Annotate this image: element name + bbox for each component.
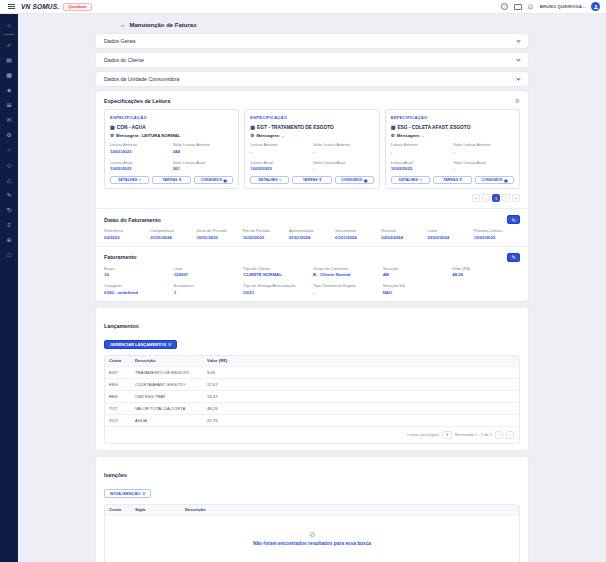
user-menu[interactable]: BRUNO QUEIROGA... xyxy=(540,4,586,9)
entries-title: Lançamentos xyxy=(104,323,139,329)
details-icon: ≡ xyxy=(279,178,281,182)
consumption-button[interactable]: CONSUMOS▦ xyxy=(194,176,233,184)
first-page-button[interactable]: « xyxy=(472,194,480,202)
field-label: Valor Leitura Atual xyxy=(173,160,234,165)
edit-dates-button[interactable]: ✎ xyxy=(507,215,520,224)
field-label: Livro xyxy=(174,266,242,271)
details-button[interactable]: DETALHES≡ xyxy=(250,176,289,184)
field-value: - xyxy=(250,149,311,154)
entries-table-header: ContaDescriçãoValor (R$) xyxy=(105,356,519,366)
showing-label: Mostrando 1 - 5 de 5 xyxy=(455,432,492,437)
field-label: Economias xyxy=(174,283,242,288)
readings-paginator: « ‹ 1 › » xyxy=(104,194,520,202)
consumption-button[interactable]: CONSUMOS▦ xyxy=(475,176,514,184)
tariffs-icon: $ xyxy=(179,178,181,182)
field-value: 10/01/2023 xyxy=(196,235,239,240)
sidebar-modules-icon[interactable]: ◈ xyxy=(2,82,16,97)
message-value: - xyxy=(422,133,423,138)
spec-tag: ESPECIFICAÇÃO xyxy=(391,115,514,120)
consumption-button[interactable]: CONSUMOS▦ xyxy=(335,176,374,184)
field-label: Competência xyxy=(150,228,193,233)
next-page-button[interactable]: › xyxy=(502,194,510,202)
table-row: EGTTRATAMENTO DE ESGOTO9,03 xyxy=(105,366,519,378)
prev-page-button[interactable]: ‹ xyxy=(495,431,503,439)
sidebar-reports-icon[interactable]: ≡ xyxy=(2,217,16,232)
sidebar-status-icon[interactable]: ○ xyxy=(2,142,16,157)
sidebar-alerts-icon[interactable]: △ xyxy=(2,172,16,187)
billing-dates-fields: Referência02/2023 Competência01/01/2024 … xyxy=(104,228,520,240)
entries-table-footer: Linhas por página 5 Mostrando 1 - 5 de 5… xyxy=(105,426,519,443)
field-label: Valor (R$) xyxy=(452,266,520,271)
sidebar-messages-icon[interactable]: ✉ xyxy=(2,112,16,127)
next-page-button[interactable]: › xyxy=(506,431,514,439)
help-icon[interactable]: ? xyxy=(501,3,509,11)
details-button[interactable]: DETALHES≡ xyxy=(391,176,430,184)
table-row: ESGCOLETA AFAST. ESGOTO17,07 xyxy=(105,378,519,390)
sidebar-edit-icon[interactable]: ✎ xyxy=(2,187,16,202)
sidebar-list-icon[interactable]: ▤ xyxy=(2,52,16,67)
details-button[interactable]: DETALHES≡ xyxy=(110,176,149,184)
field-label: Leitura Atual xyxy=(250,160,311,165)
last-page-button[interactable]: » xyxy=(512,194,520,202)
sidebar-home-icon[interactable]: ⌂ xyxy=(2,17,16,32)
field-label: Tipo Tratamento Esgoto xyxy=(313,283,381,288)
sidebar-billing-icon[interactable]: ◇ xyxy=(2,157,16,172)
apps-icon[interactable] xyxy=(514,3,522,11)
caret-down-icon: ᐯ xyxy=(142,491,145,496)
new-exemption-button[interactable]: NOVA ISENÇÃOᐯ xyxy=(104,489,151,498)
tariffs-button[interactable]: TARIFAS$ xyxy=(152,176,191,184)
sidebar-add-module-icon[interactable]: ⊞ xyxy=(2,97,16,112)
accordion-dados-cliente[interactable]: Dados do Cliente xyxy=(96,53,528,67)
field-label: Leitura Atual xyxy=(110,160,171,165)
sidebar-divider xyxy=(4,34,14,35)
accordion-label: Dados Gerais xyxy=(104,38,136,44)
field-label: Etapa xyxy=(104,266,172,271)
field-value: 48,26 xyxy=(452,272,520,277)
accordion-unidade-consumidora[interactable]: Dados da Unidade Consumidora xyxy=(96,72,528,86)
spec-title-text: EGT - TRATAMENTO DE ESGOTO xyxy=(257,125,334,130)
rows-per-page-select[interactable]: 5 xyxy=(442,431,452,439)
sidebar-refresh-icon[interactable]: ↻ xyxy=(2,202,16,217)
field-label: Próxima Leitura xyxy=(474,228,517,233)
field-value: 10 xyxy=(104,272,172,277)
avatar[interactable] xyxy=(591,2,600,11)
manage-entries-button[interactable]: GERENCIAR LANÇAMENTOSᐯ xyxy=(104,340,177,349)
field-label: Leitura Atual xyxy=(391,160,452,165)
entries-panel: Lançamentos GERENCIAR LANÇAMENTOSᐯ Conta… xyxy=(96,308,528,450)
field-label: Leitura Anterior xyxy=(391,142,452,147)
accordion-dados-gerais[interactable]: Dados Gerais xyxy=(96,34,528,48)
meter-icon: ▦ xyxy=(110,124,115,130)
settings-icon[interactable]: ⚙ xyxy=(515,97,520,104)
prev-page-button[interactable]: ‹ xyxy=(482,194,490,202)
back-icon[interactable]: ← xyxy=(120,21,127,28)
table-row: VCOAGUA22,75 xyxy=(105,414,519,426)
tariffs-button[interactable]: TARIFAS$ xyxy=(433,176,472,184)
field-label: Corte xyxy=(428,228,471,233)
page-title-text: Manutenção de Faturas xyxy=(130,22,197,28)
edit-billing-button[interactable]: ✎ xyxy=(507,253,520,262)
meter-icon: ▦ xyxy=(391,124,396,130)
sidebar-grid-icon[interactable]: ▦ xyxy=(2,67,16,82)
notifications-icon[interactable] xyxy=(527,3,535,11)
consumption-icon: ▦ xyxy=(364,178,368,183)
accordion-label: Dados do Cliente xyxy=(104,57,144,63)
billing-title: Faturamento xyxy=(104,254,137,260)
spec-tag: ESPECIFICAÇÃO xyxy=(250,115,373,120)
field-label: Vencimento xyxy=(335,228,378,233)
menu-icon[interactable] xyxy=(8,6,15,7)
tariffs-button[interactable]: TARIFAS$ xyxy=(292,176,331,184)
field-label: Referência xyxy=(104,228,147,233)
consumption-icon: ▦ xyxy=(223,178,227,183)
exemptions-table: ContaSiglaDescrição ⊘ Não foram encontra… xyxy=(104,504,520,562)
field-label: Reaviso xyxy=(381,228,424,233)
sidebar-new-icon[interactable]: ⊕ xyxy=(2,232,16,247)
field-value: 02/02/2024 xyxy=(428,235,471,240)
exemptions-panel: Isenções NOVA ISENÇÃOᐯ ContaSiglaDescriç… xyxy=(96,457,528,562)
field-value: 1 xyxy=(174,290,242,295)
sidebar-tasks-icon[interactable]: ✓ xyxy=(2,37,16,52)
message-label: Mensagem: xyxy=(397,133,421,138)
sidebar-archive-icon[interactable]: □ xyxy=(2,247,16,262)
page-1-button[interactable]: 1 xyxy=(492,194,500,202)
field-value: NAO xyxy=(383,290,451,295)
sidebar-settings-icon[interactable]: ⚙ xyxy=(2,127,16,142)
